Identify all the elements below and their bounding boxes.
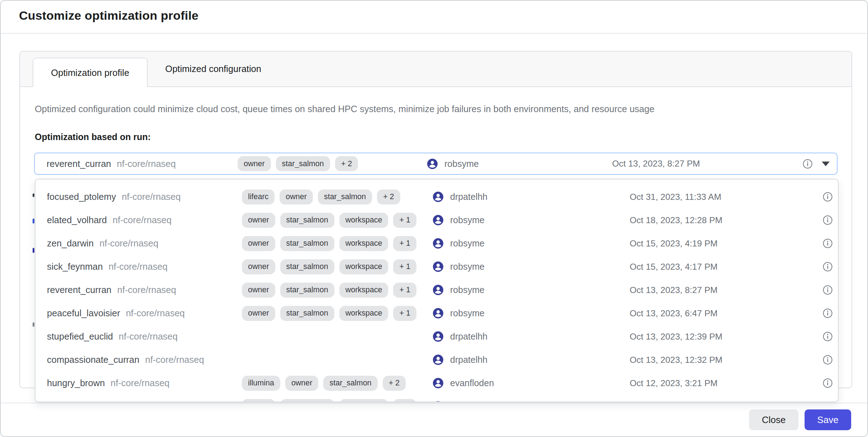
run-tag-pill: owner (242, 306, 275, 321)
run-actions-cell (823, 285, 833, 295)
run-name-cell: elated_volhard nf-core/rnaseq (47, 215, 242, 225)
run-option-row[interactable]: compassionate_curran nf-core/rnaseq drpa… (35, 348, 838, 371)
info-circle-icon[interactable] (823, 378, 833, 388)
run-option-row[interactable]: stupefied_euclid nf-core/rnaseq drpatelh… (35, 325, 838, 348)
run-name: lethal_goldstine (47, 401, 110, 402)
run-tags-cell: ownerstar_salmonworkspace+ 1 (242, 259, 433, 274)
run-pipeline: nf-core/rnaseq (122, 192, 181, 202)
run-tag-pill: star_salmon (280, 259, 334, 274)
info-circle-icon[interactable] (823, 239, 833, 248)
run-name-cell: focused_ptolemy nf-core/rnaseq (47, 192, 242, 202)
run-tag-pill: + 1 (393, 259, 416, 274)
run-picker-label: Optimization based on run: (35, 132, 151, 142)
run-tag-pill: owner (242, 213, 275, 228)
run-actions-cell (823, 262, 833, 272)
run-user-cell: drpatelhh (433, 355, 630, 365)
run-tag-pill: star_salmon (276, 156, 330, 171)
run-user-cell: drpatelhh (433, 331, 630, 342)
run-tag-pill: star_salmon (280, 399, 334, 403)
run-user-cell: evanfloden (433, 401, 630, 402)
run-pipeline: nf-core/rnaseq (126, 308, 185, 318)
info-circle-icon[interactable] (803, 159, 812, 169)
run-name: peaceful_lavoisier (47, 308, 120, 318)
run-date: Oct 12, 2023, 2:20 PM (630, 402, 823, 403)
person-circle-icon (433, 215, 443, 225)
info-circle-icon[interactable] (823, 402, 833, 402)
person-circle-icon (427, 159, 438, 169)
info-circle-icon[interactable] (823, 215, 833, 225)
run-name: zen_darwin (47, 238, 94, 249)
run-date: Oct 13, 2023, 8:27 PM (630, 285, 823, 295)
customize-optimization-dialog: Customize optimization profile Optimizat… (0, 0, 868, 437)
info-circle-icon[interactable] (823, 308, 833, 318)
run-actions-cell (823, 192, 833, 202)
run-user-name: robsyme (450, 261, 485, 272)
run-tag-pill: star_salmon (280, 213, 334, 228)
run-actions-cell (823, 332, 833, 341)
person-circle-icon (433, 401, 443, 402)
run-tags-cell: ownerstar_salmonworkspace+ 1 (242, 236, 433, 251)
info-circle-icon[interactable] (823, 192, 833, 202)
run-date: Oct 13, 2023, 6:47 PM (630, 308, 823, 318)
run-user-name: drpatelhh (450, 355, 487, 365)
run-user-name: evanfloden (450, 378, 494, 388)
info-circle-icon[interactable] (823, 332, 833, 341)
run-date: Oct 15, 2023, 4:17 PM (630, 262, 823, 272)
run-name-cell: sick_feynman nf-core/rnaseq (47, 261, 242, 272)
run-user-cell: robsyme (433, 238, 630, 249)
run-pipeline: nf-core/rnaseq (117, 159, 176, 169)
tab-optimization-profile[interactable]: Optimization profile (33, 58, 148, 87)
run-name: focused_ptolemy (47, 192, 116, 202)
run-option-row[interactable]: reverent_curran nf-core/rnaseq ownerstar… (35, 278, 838, 302)
run-actions-cell (823, 402, 833, 402)
run-option-row[interactable]: elated_volhard nf-core/rnaseq ownerstar_… (35, 208, 838, 232)
selected-run-row[interactable]: reverent_curran nf-core/rnaseq ownerstar… (35, 153, 837, 174)
run-option-row[interactable]: focused_ptolemy nf-core/rnaseq lifearcow… (35, 185, 838, 208)
info-circle-icon[interactable] (823, 262, 833, 272)
run-tag-pill: workspace (339, 259, 388, 274)
run-dropdown-list[interactable]: focused_ptolemy nf-core/rnaseq lifearcow… (35, 179, 839, 402)
run-tag-pill: star_salmon (280, 283, 334, 298)
save-button[interactable]: Save (805, 409, 851, 430)
run-date: Oct 18, 2023, 12:28 PM (630, 215, 823, 225)
run-name-cell: zen_darwin nf-core/rnaseq (47, 238, 242, 249)
run-option-row[interactable]: sick_feynman nf-core/rnaseq ownerstar_sa… (35, 255, 838, 278)
run-date: Oct 15, 2023, 4:19 PM (630, 239, 823, 249)
run-tag-pill: + 1 (393, 213, 416, 228)
person-circle-icon (433, 355, 443, 365)
run-name: hungry_brown (47, 378, 105, 388)
run-user-name: robsyme (450, 285, 485, 295)
run-tag-pill: owner (238, 156, 271, 171)
run-tag-pill: star_salmon (280, 236, 334, 251)
run-tag-pill: + 1 (393, 236, 416, 251)
run-tags-cell: lifearcownerstar_salmon+ 2 (242, 189, 433, 205)
info-circle-icon[interactable] (823, 355, 833, 365)
run-option-row[interactable]: hungry_brown nf-core/rnaseq illuminaowne… (35, 371, 838, 395)
run-tag-pill: + 1 (393, 306, 416, 321)
run-user-name: robsyme (450, 308, 485, 318)
run-tag-pill: + 1 (393, 399, 416, 403)
run-pipeline: nf-core/rnaseq (119, 331, 177, 342)
footer-divider (1, 403, 867, 403)
run-actions-cell (823, 215, 833, 225)
run-user-cell: evanfloden (433, 378, 630, 388)
run-date: Oct 13, 2023, 12:39 PM (630, 332, 823, 342)
occluded-content-sliver (33, 193, 34, 197)
run-select-control[interactable]: reverent_curran nf-core/rnaseq ownerstar… (34, 153, 838, 175)
run-option-row[interactable]: lethal_goldstine nf-core/rnaseq ownersta… (35, 395, 838, 402)
tab-label: Optimization profile (51, 68, 129, 78)
run-user-name: evanfloden (450, 401, 494, 402)
info-circle-icon[interactable] (823, 285, 833, 295)
tab-optimized-configuration[interactable]: Optimized configuration (146, 52, 280, 86)
run-date: Oct 31, 2023, 11:33 AM (630, 192, 823, 202)
run-date: Oct 13, 2023, 8:27 PM (612, 159, 803, 169)
occluded-content-sliver (33, 248, 34, 253)
tab-bar: Optimization profile Optimized configura… (20, 52, 852, 87)
close-button[interactable]: Close (749, 409, 798, 430)
run-option-row[interactable]: peaceful_lavoisier nf-core/rnaseq owners… (35, 302, 838, 325)
caret-down-icon[interactable] (822, 162, 830, 166)
run-option-row[interactable]: zen_darwin nf-core/rnaseq ownerstar_salm… (35, 232, 838, 255)
run-tag-pill: owner (242, 399, 275, 403)
run-user-cell: robsyme (433, 285, 630, 295)
run-actions-cell (823, 355, 833, 365)
